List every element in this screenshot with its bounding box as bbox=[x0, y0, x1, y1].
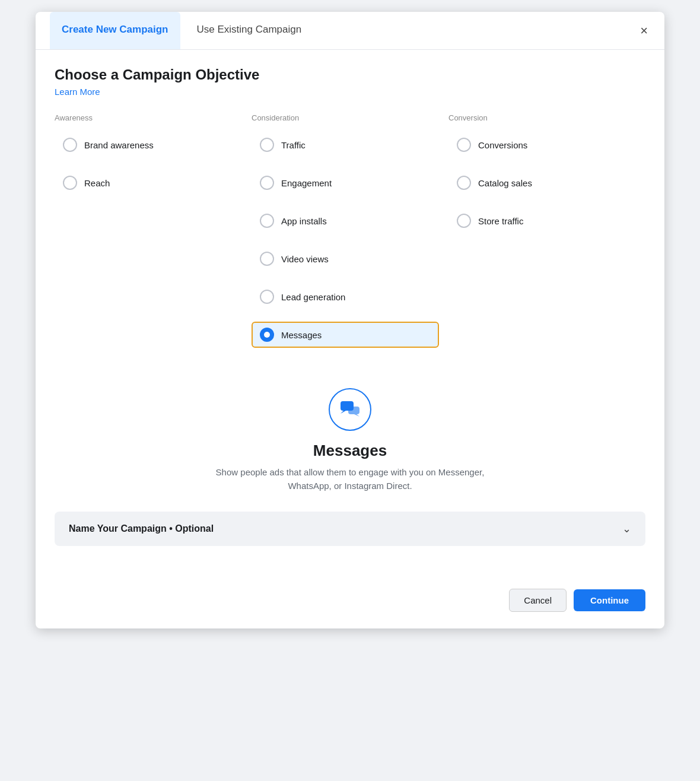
option-video-views[interactable]: Video views bbox=[252, 246, 439, 272]
option-store-traffic[interactable]: Store traffic bbox=[448, 208, 636, 234]
label-reach: Reach bbox=[84, 178, 110, 188]
option-lead-generation[interactable]: Lead generation bbox=[252, 284, 439, 310]
preview-section: Messages Show people ads that allow them… bbox=[55, 379, 645, 512]
chevron-down-icon: ⌄ bbox=[622, 522, 631, 535]
consideration-header: Consideration bbox=[252, 113, 439, 122]
radio-store-traffic[interactable] bbox=[457, 214, 471, 228]
option-catalog-sales[interactable]: Catalog sales bbox=[448, 170, 636, 196]
svg-rect-2 bbox=[348, 407, 359, 414]
option-brand-awareness[interactable]: Brand awareness bbox=[55, 132, 242, 158]
modal-footer: Cancel Continue bbox=[36, 579, 664, 628]
modal-header: Create New Campaign Use Existing Campaig… bbox=[36, 12, 664, 50]
radio-reach[interactable] bbox=[63, 176, 77, 190]
awareness-column: Awareness Brand awareness Reach bbox=[55, 113, 252, 360]
option-engagement[interactable]: Engagement bbox=[252, 170, 439, 196]
preview-title: Messages bbox=[313, 442, 387, 460]
continue-button[interactable]: Continue bbox=[574, 589, 645, 611]
radio-app-installs[interactable] bbox=[260, 214, 274, 228]
close-button[interactable]: × bbox=[635, 22, 653, 40]
radio-brand-awareness[interactable] bbox=[63, 138, 77, 152]
radio-engagement[interactable] bbox=[260, 176, 274, 190]
svg-marker-3 bbox=[354, 414, 359, 417]
option-conversions[interactable]: Conversions bbox=[448, 132, 636, 158]
objectives-grid: Awareness Brand awareness Reach Consider… bbox=[55, 113, 645, 360]
modal-body: Choose a Campaign Objective Learn More A… bbox=[36, 50, 664, 579]
messages-icon-circle bbox=[329, 388, 371, 431]
cancel-button[interactable]: Cancel bbox=[509, 589, 567, 612]
label-conversions: Conversions bbox=[478, 140, 527, 150]
label-app-installs: App installs bbox=[281, 216, 327, 226]
label-catalog-sales: Catalog sales bbox=[478, 178, 532, 188]
svg-marker-1 bbox=[341, 411, 346, 414]
label-video-views: Video views bbox=[281, 254, 329, 264]
radio-messages[interactable] bbox=[260, 328, 274, 342]
label-brand-awareness: Brand awareness bbox=[84, 140, 154, 150]
label-messages: Messages bbox=[281, 330, 322, 340]
section-title: Choose a Campaign Objective bbox=[55, 66, 645, 83]
option-messages[interactable]: Messages bbox=[252, 322, 439, 348]
radio-conversions[interactable] bbox=[457, 138, 471, 152]
option-app-installs[interactable]: App installs bbox=[252, 208, 439, 234]
awareness-header: Awareness bbox=[55, 113, 242, 122]
campaign-name-bar[interactable]: Name Your Campaign • Optional ⌄ bbox=[55, 512, 645, 546]
messages-icon bbox=[339, 398, 361, 421]
consideration-column: Consideration Traffic Engagement App ins… bbox=[252, 113, 448, 360]
label-traffic: Traffic bbox=[281, 140, 306, 150]
tab-create-new-campaign[interactable]: Create New Campaign bbox=[50, 12, 180, 49]
preview-description: Show people ads that allow them to engag… bbox=[208, 466, 492, 493]
radio-traffic[interactable] bbox=[260, 138, 274, 152]
radio-catalog-sales[interactable] bbox=[457, 176, 471, 190]
label-engagement: Engagement bbox=[281, 178, 332, 188]
label-lead-generation: Lead generation bbox=[281, 292, 345, 302]
radio-video-views[interactable] bbox=[260, 252, 274, 266]
option-traffic[interactable]: Traffic bbox=[252, 132, 439, 158]
radio-lead-generation[interactable] bbox=[260, 290, 274, 304]
label-store-traffic: Store traffic bbox=[478, 216, 523, 226]
conversion-header: Conversion bbox=[448, 113, 636, 122]
campaign-name-label: Name Your Campaign • Optional bbox=[69, 523, 214, 534]
learn-more-link[interactable]: Learn More bbox=[55, 87, 100, 97]
tab-use-existing-campaign[interactable]: Use Existing Campaign bbox=[185, 12, 314, 49]
conversion-column: Conversion Conversions Catalog sales Sto… bbox=[448, 113, 645, 360]
option-reach[interactable]: Reach bbox=[55, 170, 242, 196]
campaign-modal: Create New Campaign Use Existing Campaig… bbox=[36, 12, 664, 628]
